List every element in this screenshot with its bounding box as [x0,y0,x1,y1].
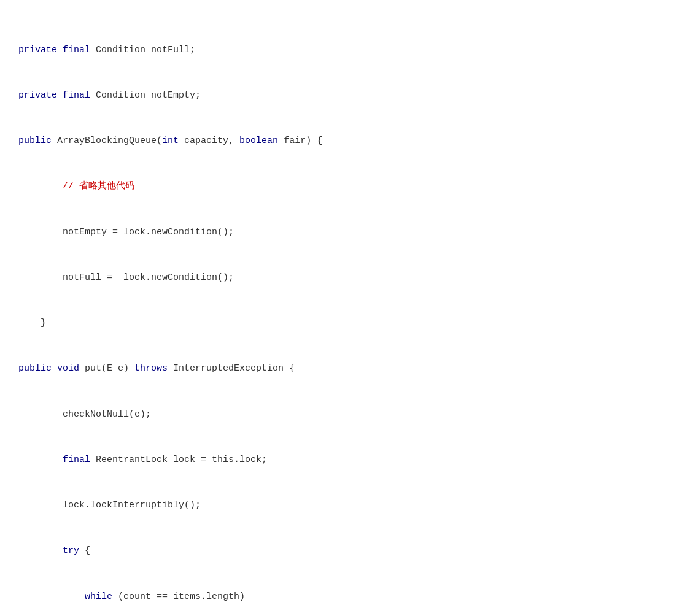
code-line-4: // 省略其他代码 [18,179,656,194]
keyword: int [162,136,179,146]
code-text: } [18,318,46,328]
code-text: { [79,545,90,556]
code-text [18,591,85,602]
code-line-3: public ArrayBlockingQueue(int capacity, … [18,134,656,149]
comment-text: // 省略其他代码 [18,181,134,191]
keyword: private [18,90,57,101]
code-line-9: checkNotNull(e); [18,407,656,423]
keyword: boolean [239,136,278,146]
code-text [18,455,63,465]
code-line-7: } [18,316,656,331]
code-text: Condition notFull; [96,45,195,55]
code-text: ArrayBlockingQueue( [57,136,162,146]
code-line-11: lock.lockInterruptibly(); [18,498,656,514]
code-text: Condition notEmpty; [96,90,201,101]
code-line-5: notEmpty = lock.newCondition(); [18,225,656,241]
code-text: capacity, [179,136,239,146]
code-text [18,545,63,556]
keyword: public [18,136,52,146]
keyword: void [57,363,79,374]
keyword: try [63,545,79,556]
code-line-12: try { [18,544,656,559]
code-line-13: while (count == items.length) [18,590,656,605]
code-text: lock.lockInterruptibly(); [18,500,201,510]
code-block: private final Condition notFull; private… [18,12,656,616]
keyword: throws [134,363,168,374]
keyword: private [18,45,57,55]
keyword: final [63,455,90,465]
code-text: notFull = lock.newCondition(); [18,272,234,283]
code-line-1: private final Condition notFull; [18,43,656,58]
code-text: InterruptedException { [168,363,295,374]
code-text: notEmpty = lock.newCondition(); [18,227,234,237]
keyword: while [85,591,112,602]
code-text: checkNotNull(e); [18,409,151,420]
code-text: put(E e) [85,363,134,374]
code-text: fair) { [278,136,322,146]
code-text: ReentrantLock lock = this.lock; [90,455,267,465]
code-line-2: private final Condition notEmpty; [18,88,656,104]
code-text: (count == items.length) [112,591,245,602]
keyword: final [63,45,90,55]
keyword: public [18,363,52,374]
keyword: final [63,90,90,101]
code-line-6: notFull = lock.newCondition(); [18,271,656,286]
code-line-10: final ReentrantLock lock = this.lock; [18,453,656,468]
code-line-8: public void put(E e) throws InterruptedE… [18,361,656,377]
